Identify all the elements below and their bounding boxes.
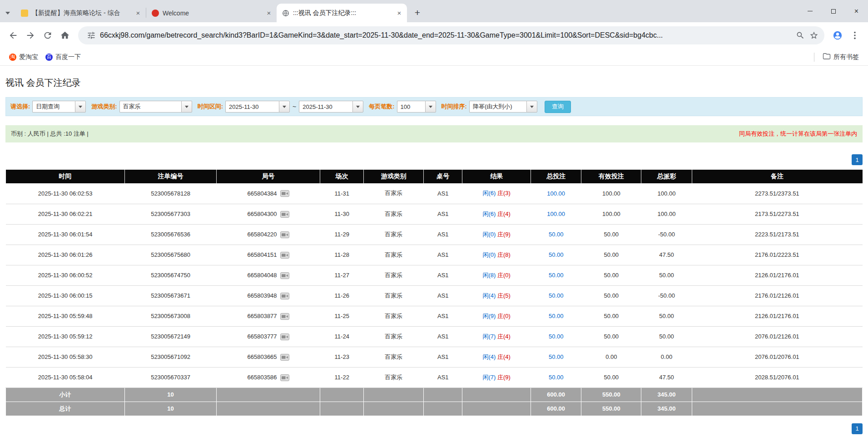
date-start-select[interactable] [225,101,290,113]
bookmark-baidu[interactable]: 百 百度一下 [42,51,84,63]
search-button[interactable]: 查询 [545,101,571,113]
chevron-down-icon[interactable] [425,101,436,113]
taobao-icon: 淘 [9,54,16,61]
cell-empty [424,387,462,402]
tab-betrecord-active[interactable]: :::视讯 会员下注纪录::: × [277,4,407,22]
new-tab-button[interactable]: + [411,6,424,20]
cell-session: 11-31 [320,183,364,204]
total-bet-link[interactable]: 100.00 [547,190,565,197]
page-number-button[interactable]: 1 [852,423,863,434]
result-player: 闲(0) [482,251,496,258]
mode-select[interactable] [32,101,86,113]
cell-result: 闲(6) 庄(3) [462,183,531,204]
cell-summary-valid-bet: 550.00 [581,387,641,402]
cell-round: 665804384 [216,183,320,204]
total-bet-link[interactable]: 50.00 [549,292,564,299]
table-row: 2025-11-30 05:59:12523005672149665803777… [6,326,863,347]
video-replay-icon[interactable] [280,354,289,361]
chevron-down-icon[interactable] [75,101,86,113]
game-type-select[interactable] [119,101,192,113]
total-bet-link[interactable]: 50.00 [549,333,564,340]
cell-summary-payout: 345.00 [641,387,692,402]
chevron-down-icon[interactable] [526,101,537,113]
cell-payout: 100.00 [641,204,692,224]
page-number-button[interactable]: 1 [852,154,863,165]
tab-close-icon[interactable]: × [134,9,142,17]
video-replay-icon[interactable] [280,231,289,238]
video-replay-icon[interactable] [280,333,289,340]
zoom-icon[interactable] [794,29,807,42]
cell-round: 665803877 [216,306,320,326]
result-banker: 庄(0) [497,272,511,279]
tab-close-icon[interactable]: × [395,9,403,17]
total-bet-link[interactable]: 100.00 [547,211,565,217]
cell-table-no: AS1 [424,204,462,224]
chevron-down-icon[interactable] [352,101,363,113]
tab-close-icon[interactable]: × [265,9,273,17]
cell-note: 2126.01/2176.01 [692,265,862,285]
total-bet-link[interactable]: 50.00 [549,231,564,238]
back-button[interactable] [5,27,22,44]
date-start-input[interactable] [225,101,279,113]
address-bar[interactable]: 66cxkj98.com/game/betrecord_search/kind3… [78,26,824,44]
cell-table-no: AS1 [424,265,462,285]
video-replay-icon[interactable] [280,313,289,320]
cell-total-bet: 50.00 [531,285,581,306]
forward-button[interactable] [22,27,39,44]
cell-payout: -50.00 [641,224,692,245]
video-replay-icon[interactable] [280,190,289,197]
tab-search-button[interactable] [0,4,15,22]
refresh-button[interactable] [39,27,56,44]
video-replay-icon[interactable] [280,272,289,279]
close-window-button[interactable]: × [845,0,868,22]
pagination-top: 1 [5,154,863,165]
page-title: 视讯 会员下注纪录 [5,77,863,89]
cell-summary-count: 10 [125,402,217,416]
chevron-down-icon[interactable] [279,101,290,113]
cell-valid-bet: 100.00 [581,204,641,224]
game-type-select-input[interactable] [119,101,181,113]
currency-summary: 币别 : 人民币 | 总共 :10 注单 | [11,130,89,138]
page-size-select[interactable] [397,101,436,113]
tab-welcome[interactable]: Welcome × [146,4,277,22]
cell-note: 2176.01/2126.01 [692,285,862,306]
sort-select-input[interactable] [469,101,526,113]
cell-total-bet: 50.00 [531,265,581,285]
cell-payout: 0.00 [641,347,692,367]
menu-dots-icon[interactable] [846,27,863,44]
total-bet-link[interactable]: 50.00 [549,272,564,279]
col-header-round: 局号 [216,170,320,183]
tab-forum[interactable]: 【新提醒】海燕策略论坛 - 综合 × [15,4,146,22]
maximize-button[interactable] [822,0,845,22]
sort-select[interactable] [469,101,537,113]
cell-time: 2025-11-30 05:59:12 [6,326,125,347]
cell-valid-bet: 50.00 [581,306,641,326]
date-end-select[interactable] [299,101,363,113]
minimize-button[interactable] [799,0,822,22]
video-replay-icon[interactable] [280,374,289,381]
cell-result: 闲(7) 庄(4) [462,326,531,347]
profile-avatar-icon[interactable] [829,27,846,44]
table-row: 2025-11-30 05:58:04523005670337665803586… [6,367,863,387]
date-end-input[interactable] [299,101,352,113]
site-info-icon[interactable] [84,29,98,42]
result-player: 闲(6) [482,190,496,196]
home-button[interactable] [56,27,74,44]
mode-select-input[interactable] [32,101,75,113]
video-replay-icon[interactable] [280,211,289,218]
video-replay-icon[interactable] [280,252,289,259]
total-bet-link[interactable]: 50.00 [549,353,564,360]
video-replay-icon[interactable] [280,293,289,299]
total-bet-link[interactable]: 50.00 [549,251,564,258]
toolbar-right [829,27,863,44]
cell-round: 665804151 [216,245,320,265]
url-text[interactable]: 66cxkj98.com/game/betrecord_search/kind3… [100,31,791,39]
tab-title: :::视讯 会员下注纪录::: [293,9,392,17]
total-bet-link[interactable]: 50.00 [549,374,564,381]
chevron-down-icon[interactable] [181,101,192,113]
bookmark-star-icon[interactable] [807,29,821,42]
bookmark-taobao[interactable]: 淘 爱淘宝 [5,51,42,63]
page-size-input[interactable] [397,101,425,113]
total-bet-link[interactable]: 50.00 [549,313,564,319]
all-bookmarks-button[interactable]: 所有书签 [819,50,863,64]
